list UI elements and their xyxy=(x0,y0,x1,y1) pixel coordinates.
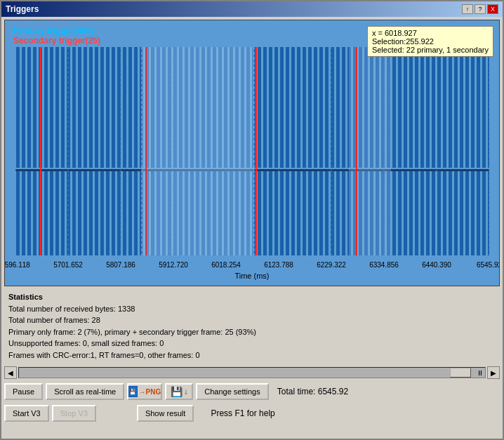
buttons-row-2: Start V3 Stop V3 Show result Press F1 fo… xyxy=(4,404,500,423)
stats-title: Statistics xyxy=(8,291,496,303)
chart-svg: 5596.118 5701.652 5807.186 5912.720 6018… xyxy=(5,20,499,286)
save-button2[interactable]: 💾 ↓ xyxy=(165,383,193,400)
start-v3-button[interactable]: Start V3 xyxy=(4,405,49,422)
show-result-button[interactable]: Show result xyxy=(137,405,194,422)
svg-text:6334.856: 6334.856 xyxy=(369,261,399,269)
scrollbar-thumb[interactable] xyxy=(450,368,471,378)
svg-text:5596.118: 5596.118 xyxy=(5,261,30,269)
window-title: Triggers xyxy=(6,4,39,14)
close-button[interactable]: X xyxy=(487,4,498,14)
scroll-realtime-button[interactable]: Scroll as real-time xyxy=(46,383,124,400)
title-bar: Triggers ↑ ? X xyxy=(1,1,503,17)
scroll-right-button[interactable]: ▶ xyxy=(487,366,500,379)
svg-rect-26 xyxy=(256,47,257,255)
save-green-icon: 💾 xyxy=(171,386,183,397)
svg-rect-10 xyxy=(142,47,254,255)
png-label: →PNG xyxy=(139,388,161,396)
content-area: Primary trigger(550) Secondary trigger(2… xyxy=(1,17,503,439)
info-x: x = 6018.927 xyxy=(372,29,489,37)
scroll-left-button[interactable]: ◀ xyxy=(4,366,17,379)
stats-line2: Total number of frames: 28 xyxy=(8,314,496,326)
legend-secondary: Secondary trigger(25) xyxy=(13,36,100,46)
save-icon: 💾 xyxy=(128,386,137,397)
stats-line1: Total number of received bytes: 1338 xyxy=(8,303,496,315)
chart-area[interactable]: Primary trigger(550) Secondary trigger(2… xyxy=(4,20,500,286)
main-window: Triggers ↑ ? X Primary trigger(550) Seco… xyxy=(0,0,504,440)
chart-info-box: x = 6018.927 Selection:255.922 Selected:… xyxy=(367,26,493,57)
svg-text:6545.92: 6545.92 xyxy=(477,261,499,269)
change-settings-button[interactable]: Change settings xyxy=(196,383,269,400)
stats-line3: Primary only frame: 2 (7%), primary + se… xyxy=(8,326,496,338)
pause-button[interactable]: Pause xyxy=(4,383,43,400)
scrollbar-pause-icon: ⏸ xyxy=(477,368,484,378)
total-time-label: Total time: 6545.92 xyxy=(277,387,348,396)
help-button[interactable]: ? xyxy=(475,4,486,14)
statistics-area: Statistics Total number of received byte… xyxy=(4,288,500,364)
svg-text:5701.652: 5701.652 xyxy=(53,261,83,269)
stats-line5: Frames with CRC-error:1, RT frames=0, ot… xyxy=(8,349,496,361)
scrollbar-track[interactable]: ⏸ xyxy=(18,367,486,378)
svg-rect-13 xyxy=(349,47,391,255)
svg-text:6440.390: 6440.390 xyxy=(422,261,451,269)
svg-rect-25 xyxy=(145,47,147,255)
svg-rect-24 xyxy=(40,47,41,255)
stats-line4: Unsupported frames: 0, small sized frame… xyxy=(8,338,496,349)
svg-text:6123.788: 6123.788 xyxy=(264,261,293,269)
scroll-up-button[interactable]: ↑ xyxy=(462,4,473,14)
svg-text:6018.254: 6018.254 xyxy=(211,261,241,269)
legend-primary: Primary trigger(550) xyxy=(13,26,100,36)
svg-text:Time (ms): Time (ms) xyxy=(234,272,269,280)
scrollbar-area: ◀ ⏸ ▶ xyxy=(4,366,500,380)
info-selected: Selected: 22 primary, 1 secondary xyxy=(372,46,489,54)
arrow-down-icon: ↓ xyxy=(184,387,188,396)
svg-rect-27 xyxy=(356,47,357,255)
svg-text:5912.720: 5912.720 xyxy=(159,261,188,269)
chart-legend: Primary trigger(550) Secondary trigger(2… xyxy=(13,26,100,46)
title-bar-buttons: ↑ ? X xyxy=(462,4,498,14)
help-label: Press F1 for help xyxy=(211,408,274,418)
svg-text:5807.186: 5807.186 xyxy=(106,261,135,269)
svg-text:6229.322: 6229.322 xyxy=(317,261,346,269)
buttons-row-1: Pause Scroll as real-time 💾 →PNG 💾 ↓ Cha… xyxy=(4,382,500,401)
save-png-button[interactable]: 💾 →PNG xyxy=(127,383,162,400)
stop-v3-button[interactable]: Stop V3 xyxy=(52,405,96,422)
info-selection: Selection:255.922 xyxy=(372,37,489,46)
